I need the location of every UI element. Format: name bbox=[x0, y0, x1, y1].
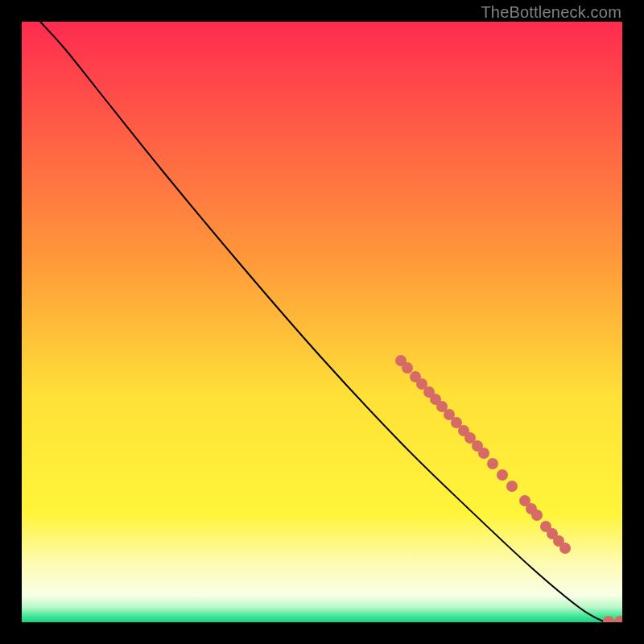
marker-dot bbox=[497, 469, 508, 481]
marker-dot bbox=[531, 510, 543, 521]
plot-background bbox=[22, 22, 622, 622]
marker-dot bbox=[614, 616, 625, 627]
marker-dot bbox=[487, 458, 498, 469]
marker-dot bbox=[402, 362, 413, 374]
chart-stage: TheBottleneck.com bbox=[0, 0, 644, 644]
marker-dot bbox=[603, 616, 614, 627]
chart-svg bbox=[0, 0, 644, 644]
marker-dot bbox=[559, 543, 571, 554]
marker-dot bbox=[506, 481, 518, 492]
marker-dot bbox=[478, 448, 489, 459]
